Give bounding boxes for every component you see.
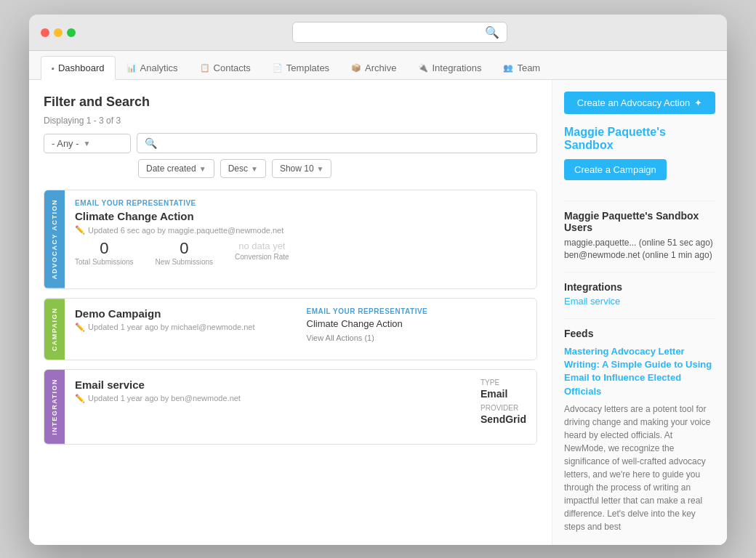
team-icon: 👥 — [503, 63, 513, 73]
feed-description: Advocacy letters are a potent tool for d… — [564, 403, 715, 533]
card-side-label-integration: INTEGRATION — [44, 370, 65, 444]
tab-contacts[interactable]: 📋 Contacts — [189, 56, 262, 80]
user-entry-1: maggie.paquette... (online 51 sec ago) — [564, 238, 715, 248]
dropdown-arrow-icon: ▼ — [199, 165, 206, 173]
stat-new-submissions: 0 New Submissions — [156, 240, 213, 266]
campaign-linked-title[interactable]: Climate Change Action — [307, 318, 527, 329]
integration-right: TYPE Email PROVIDER SendGrid — [480, 379, 526, 425]
feed-title-link[interactable]: Mastering Advocacy Letter Writing: A Sim… — [564, 345, 715, 398]
show-10-select[interactable]: Show 10 ▼ — [272, 159, 332, 178]
campaign-meta: ✏️ Updated 1 year ago by michael@newmode… — [75, 323, 295, 332]
email-service-link[interactable]: Email service — [564, 296, 715, 307]
feeds-title: Feeds — [564, 328, 715, 339]
divider — [564, 201, 715, 201]
left-panel: Filter and Search Displaying 1 - 3 of 3 … — [29, 80, 552, 545]
edit-icon: ✏️ — [75, 225, 85, 235]
minimize-button[interactable] — [54, 28, 63, 37]
right-panel: Create an Advocacy Action ✦ Maggie Paque… — [552, 80, 727, 545]
advocacy-card-body: EMAIL YOUR REPRESENTATIVE Climate Change… — [65, 190, 536, 288]
display-count: Displaying 1 - 3 of 3 — [44, 116, 537, 126]
advocacy-action-card: ADVOCACY ACTION EMAIL YOUR REPRESENTATIV… — [44, 190, 537, 289]
create-campaign-button[interactable]: Create a Campaign — [564, 159, 667, 180]
address-bar[interactable]: www.your-website.com 🔍 — [292, 22, 507, 43]
divider — [564, 318, 715, 319]
tab-dashboard[interactable]: ▪ Dashboard — [41, 56, 116, 80]
sort-row: Date created ▼ Desc ▼ Show 10 ▼ — [138, 159, 537, 178]
integrations-section-title: Integrations — [564, 281, 715, 293]
analytics-icon: 📊 — [126, 63, 137, 73]
tab-integrations[interactable]: 🔌 Integrations — [407, 56, 492, 80]
integration-title[interactable]: Email service — [75, 379, 466, 391]
users-title: Maggie Paquette's Sandbox Users — [564, 210, 715, 233]
maximize-button[interactable] — [67, 28, 76, 37]
integration-card: INTEGRATION Email service ✏️ Updated 1 y… — [44, 369, 537, 445]
edit-icon: ✏️ — [75, 394, 85, 403]
campaign-left: Demo Campaign ✏️ Updated 1 year ago by m… — [75, 307, 295, 332]
filter-row: - Any - ▼ 🔍 — [44, 133, 537, 153]
dropdown-arrow-icon: ▼ — [251, 165, 258, 173]
edit-icon: ✏️ — [75, 323, 85, 332]
tab-team[interactable]: 👥 Team — [492, 56, 551, 80]
any-filter-select[interactable]: - Any - ▼ — [44, 134, 131, 153]
card-type-label: EMAIL YOUR REPRESENTATIVE — [75, 199, 526, 207]
card-side-label-advocacy: ADVOCACY ACTION — [44, 190, 65, 288]
close-button[interactable] — [41, 28, 49, 37]
integration-card-body: Email service ✏️ Updated 1 year ago by b… — [65, 370, 536, 444]
tab-archive[interactable]: 📦 Archive — [340, 56, 407, 80]
browser-titlebar: www.your-website.com 🔍 — [29, 15, 727, 51]
search-input-wrap[interactable]: 🔍 — [137, 133, 537, 153]
browser-controls — [41, 28, 76, 37]
campaign-linked-type: EMAIL YOUR REPRESENTATIVE — [307, 307, 527, 315]
tab-analytics[interactable]: 📊 Analytics — [116, 56, 189, 80]
users-section: Maggie Paquette's Sandbox Users maggie.p… — [564, 210, 715, 260]
card-title[interactable]: Climate Change Action — [75, 210, 526, 222]
contacts-icon: 📋 — [200, 63, 210, 73]
nav-tabs: ▪ Dashboard 📊 Analytics 📋 Contacts 📄 Tem… — [29, 51, 727, 80]
templates-icon: 📄 — [273, 63, 283, 73]
campaign-card-body: Demo Campaign ✏️ Updated 1 year ago by m… — [65, 299, 536, 360]
url-input[interactable]: www.your-website.com — [300, 27, 479, 38]
view-all-link[interactable]: View All Actions (1) — [307, 333, 527, 342]
provider-value: SendGrid — [480, 413, 526, 425]
integrations-section: Integrations Email service — [564, 281, 715, 307]
search-input[interactable] — [157, 138, 529, 149]
plus-icon: ✦ — [694, 97, 702, 108]
campaign-right: EMAIL YOUR REPRESENTATIVE Climate Change… — [307, 307, 527, 342]
stat-total-submissions: 0 Total Submissions — [75, 240, 134, 266]
sandbox-title: Maggie Paquette's Sandbox — [564, 126, 715, 152]
integration-left: Email service ✏️ Updated 1 year ago by b… — [75, 379, 466, 425]
main-content: Filter and Search Displaying 1 - 3 of 3 … — [29, 80, 727, 545]
type-value: Email — [480, 388, 526, 400]
integrations-icon: 🔌 — [418, 63, 428, 73]
dropdown-arrow-icon: ▼ — [84, 140, 91, 147]
campaign-inner: Demo Campaign ✏️ Updated 1 year ago by m… — [75, 307, 526, 342]
dashboard-icon: ▪ — [52, 64, 55, 73]
campaign-card: CAMPAIGN Demo Campaign ✏️ Updated 1 year… — [44, 298, 537, 360]
browser-window: www.your-website.com 🔍 ▪ Dashboard 📊 Ana… — [29, 15, 727, 545]
card-stats: 0 Total Submissions 0 New Submissions no… — [75, 235, 526, 266]
browser-body: ▪ Dashboard 📊 Analytics 📋 Contacts 📄 Tem… — [29, 51, 727, 545]
desc-select[interactable]: Desc ▼ — [220, 159, 266, 178]
stat-conversion-rate: no data yet Conversion Rate — [235, 240, 289, 261]
integration-meta: ✏️ Updated 1 year ago by ben@newmode.net — [75, 394, 466, 403]
tab-templates[interactable]: 📄 Templates — [262, 56, 340, 80]
filter-search-title: Filter and Search — [44, 94, 537, 110]
divider — [564, 272, 715, 272]
archive-icon: 📦 — [351, 63, 361, 73]
create-advocacy-button[interactable]: Create an Advocacy Action ✦ — [564, 92, 715, 114]
user-entry-2: ben@newmode.net (online 1 min ago) — [564, 250, 715, 260]
search-icon: 🔍 — [145, 137, 157, 149]
campaign-title[interactable]: Demo Campaign — [75, 307, 295, 320]
feeds-section: Feeds Mastering Advocacy Letter Writing:… — [564, 328, 715, 533]
date-created-select[interactable]: Date created ▼ — [138, 159, 214, 178]
search-icon: 🔍 — [485, 25, 499, 39]
dropdown-arrow-icon: ▼ — [317, 165, 324, 173]
card-side-label-campaign: CAMPAIGN — [44, 299, 65, 360]
provider-label: PROVIDER — [480, 404, 526, 412]
integration-grid: Email service ✏️ Updated 1 year ago by b… — [75, 379, 526, 425]
type-label: TYPE — [480, 379, 526, 387]
card-meta: ✏️ Updated 6 sec ago by maggie.paquette@… — [75, 225, 526, 235]
